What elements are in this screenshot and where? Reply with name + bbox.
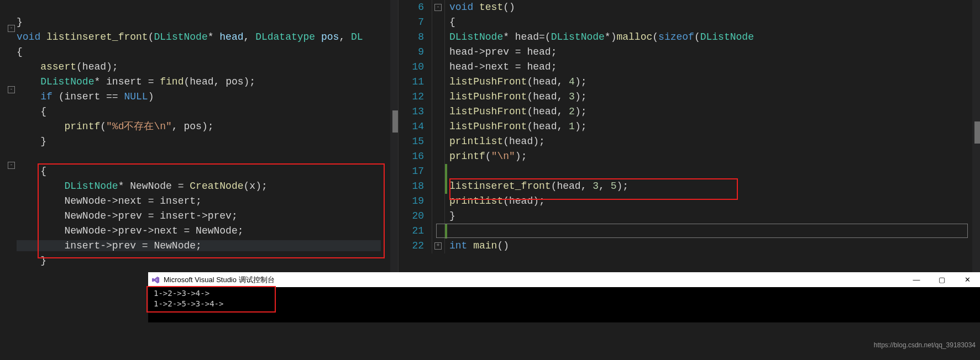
minimap[interactable] xyxy=(390,0,398,272)
line-number: 15 xyxy=(399,134,432,149)
line-number: 11 xyxy=(399,75,432,89)
line-number: 19 xyxy=(399,194,432,209)
fold-strip xyxy=(432,194,445,209)
line-number: 9 xyxy=(399,45,432,60)
code-line[interactable]: printlist(head); xyxy=(445,194,980,209)
fold-strip xyxy=(432,164,445,179)
fold-strip xyxy=(432,60,445,75)
line-number: 20 xyxy=(399,209,432,224)
line-number: 6 xyxy=(399,0,432,15)
console-line: 1->2->3->4-> xyxy=(154,288,974,299)
maximize-button[interactable]: ▢ xyxy=(929,272,955,287)
code-line[interactable]: listPushFront(head, 1); xyxy=(445,119,980,134)
fold-strip xyxy=(432,119,445,134)
code-line[interactable]: int main() xyxy=(445,239,980,253)
fold-strip xyxy=(432,104,445,119)
minimize-button[interactable]: — xyxy=(904,272,929,287)
fold-strip xyxy=(432,15,445,30)
line-number: 7 xyxy=(399,15,432,30)
code-line[interactable]: { xyxy=(445,15,980,30)
watermark: https://blog.csdn.net/qq_39183034 xyxy=(874,341,976,349)
fold-strip xyxy=(432,30,445,45)
console-titlebar[interactable]: Microsoft Visual Studio 调试控制台 — ▢ ✕ xyxy=(148,272,980,287)
code-line[interactable]: head->next = head; xyxy=(445,60,980,75)
minimap-handle[interactable] xyxy=(974,121,980,144)
minimap-handle[interactable] xyxy=(392,110,398,133)
code-line[interactable]: listPushFront(head, 3); xyxy=(445,89,980,104)
minimap[interactable] xyxy=(972,0,980,272)
code-left[interactable]: } void listinseret_front(DListNode* head… xyxy=(0,0,398,272)
console-title: Microsoft Visual Studio 调试控制台 xyxy=(164,272,275,287)
line-number: 16 xyxy=(399,149,432,164)
fold-strip xyxy=(432,209,445,224)
line-number: 8 xyxy=(399,30,432,45)
code-line[interactable]: printf("\n"); xyxy=(445,149,980,164)
code-line[interactable] xyxy=(445,224,980,239)
console-line: 1->2->5->3->4-> xyxy=(154,299,974,309)
code-line[interactable]: listPushFront(head, 2); xyxy=(445,104,980,119)
fold-strip xyxy=(432,45,445,60)
line-number: 22 xyxy=(399,239,432,253)
fold-strip xyxy=(432,224,445,239)
line-number: 17 xyxy=(399,164,432,179)
fold-strip xyxy=(432,75,445,89)
line-number: 10 xyxy=(399,60,432,75)
fold-strip: - xyxy=(432,0,445,15)
code-line[interactable]: listPushFront(head, 4); xyxy=(445,75,980,89)
code-line[interactable]: } xyxy=(445,209,980,224)
code-line[interactable]: head->prev = head; xyxy=(445,45,980,60)
debug-console: Microsoft Visual Studio 调试控制台 — ▢ ✕ 1->2… xyxy=(148,272,980,322)
line-number: 12 xyxy=(399,89,432,104)
editor-left-pane[interactable]: - - - } void listinseret_front(DListNode… xyxy=(0,0,399,272)
code-line[interactable]: void test() xyxy=(445,0,980,15)
fold-icon[interactable]: + xyxy=(434,242,442,250)
vs-icon xyxy=(151,276,160,284)
fold-strip xyxy=(432,89,445,104)
code-line[interactable]: printlist(head); xyxy=(445,134,980,149)
editor-right-pane[interactable]: 6-void test()7{8 DListNode* head=(DListN… xyxy=(399,0,980,272)
line-number: 13 xyxy=(399,104,432,119)
fold-strip xyxy=(432,134,445,149)
line-number: 18 xyxy=(399,179,432,194)
line-number: 14 xyxy=(399,119,432,134)
fold-strip xyxy=(432,149,445,164)
fold-strip xyxy=(432,179,445,194)
close-button[interactable]: ✕ xyxy=(955,272,980,287)
code-line[interactable] xyxy=(445,164,980,179)
code-right[interactable]: 6-void test()7{8 DListNode* head=(DListN… xyxy=(399,0,980,253)
fold-strip: + xyxy=(432,239,445,253)
window-controls: — ▢ ✕ xyxy=(904,272,980,287)
line-number: 21 xyxy=(399,224,432,239)
code-line[interactable]: listinseret_front(head, 3, 5); xyxy=(445,179,980,194)
console-output[interactable]: 1->2->3->4-> 1->2->5->3->4-> xyxy=(148,287,980,322)
code-line[interactable]: DListNode* head=(DListNode*)malloc(sizeo… xyxy=(445,30,980,45)
fold-icon[interactable]: - xyxy=(434,4,442,11)
